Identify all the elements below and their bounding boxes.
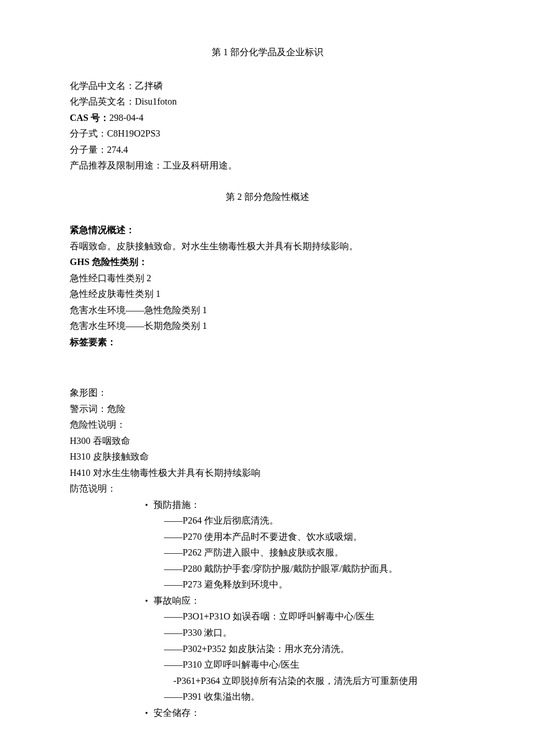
label-mw: 分子量： — [70, 145, 107, 155]
ghs-label: GHS 危险性类别： — [70, 254, 465, 270]
bullet-sublines: ——P3O1+P31O 如误吞咽：立即呼叫解毒中心/医生 ——P330 漱口。 … — [164, 608, 465, 704]
item-prefix: —— — [164, 564, 183, 574]
hazard-label: 危险性说明： — [70, 417, 465, 433]
precaution-item: ——P391 收集溢出物。 — [164, 689, 465, 705]
value-cas: 298-04-4 — [109, 113, 144, 123]
precaution-label: 防范说明： — [70, 481, 465, 497]
bullet-title: 安全储存： — [154, 705, 465, 721]
bullet-dot-icon: • — [140, 707, 154, 721]
emergency-text: 吞咽致命。皮肤接触致命。对水生生物毒性极大并具有长期持续影响。 — [70, 238, 465, 255]
field-use: 产品推荐及限制用途：工业及科研用途。 — [70, 157, 465, 174]
item-prefix: —— — [164, 611, 183, 621]
field-cas: CAS 号：298-04-4 — [70, 110, 465, 126]
bullet-row: • 安全储存： — [140, 705, 465, 721]
precaution-item: ——P262 严防进入眼中、接触皮肤或衣服。 — [164, 544, 465, 561]
item-text: P273 避免释放到环境中。 — [183, 579, 288, 589]
label-cas: CAS 号： — [70, 113, 109, 123]
value-formula: C8H19O2PS3 — [107, 128, 160, 138]
pictogram-gap — [70, 350, 465, 385]
item-text: P280 戴防护手套/穿防护服/戴防护眼罩/戴防护面具。 — [183, 564, 398, 574]
precaution-bullets: • 预防措施： ——P264 作业后彻底清洗。 ——P270 使用本产品时不要进… — [140, 497, 465, 721]
hazard-line: H410 对水生生物毒性极大并具有长期持续影响 — [70, 465, 465, 481]
bullet-dot-icon: • — [140, 499, 154, 513]
item-prefix: —— — [164, 691, 183, 701]
emergency-label: 紧急情况概述： — [70, 222, 465, 238]
item-text: P361+P364 立即脱掉所有沾染的衣服，清洗后方可重新使用 — [176, 676, 418, 686]
precaution-item: ——P3O1+P31O 如误吞咽：立即呼叫解毒中心/医生 — [164, 608, 465, 625]
bullet-row: • 预防措施： — [140, 497, 465, 513]
item-text: P391 收集溢出物。 — [183, 691, 260, 701]
precaution-item: ——P273 避免释放到环境中。 — [164, 576, 465, 593]
bullet-row: • 事故响应： — [140, 593, 465, 609]
value-use: 工业及科研用途。 — [163, 160, 237, 170]
label-name-cn: 化学品中文名： — [70, 81, 135, 91]
ghs-line: 危害水生环境——长期危险类别 1 — [70, 318, 465, 334]
precaution-item: ——P280 戴防护手套/穿防护服/戴防护眼罩/戴防护面具。 — [164, 561, 465, 577]
bullet-title: 事故响应： — [154, 593, 465, 609]
precaution-item: ——P310 立即呼叫解毒中心/医生 — [164, 657, 465, 673]
value-name-en: Disu1foton — [135, 96, 177, 106]
value-mw: 274.4 — [107, 145, 128, 155]
precaution-item: ——P330 漱口。 — [164, 625, 465, 641]
precaution-item: ——P264 作业后彻底清洗。 — [164, 513, 465, 529]
field-mw: 分子量：274.4 — [70, 142, 465, 158]
item-text: P264 作业后彻底清洗。 — [183, 515, 279, 525]
precaution-item: ——P302+P352 如皮肤沾染：用水充分清洗。 — [164, 641, 465, 657]
signal-value: 危险 — [107, 404, 126, 414]
field-name-cn: 化学品中文名：乙拌磷 — [70, 78, 465, 94]
item-prefix: —— — [164, 515, 183, 525]
ghs-line: 危害水生环境——急性危险类别 1 — [70, 302, 465, 318]
pictogram-label: 象形图： — [70, 385, 465, 401]
item-prefix: —— — [164, 547, 183, 557]
item-prefix: —— — [164, 532, 183, 542]
item-prefix: —— — [164, 628, 183, 637]
item-prefix: —— — [164, 579, 183, 589]
bullet-dot-icon: • — [140, 594, 154, 608]
signal-word: 警示词：危险 — [70, 401, 465, 417]
label-name-en: 化学品英文名： — [70, 96, 135, 106]
value-name-cn: 乙拌磷 — [135, 81, 163, 91]
bullet-title: 预防措施： — [154, 497, 465, 513]
label-elements: 标签要素： — [70, 334, 465, 350]
hazard-line: H310 皮肤接触致命 — [70, 449, 465, 465]
ghs-line: 急性经口毒性类别 2 — [70, 270, 465, 286]
item-text: P3O1+P31O 如误吞咽：立即呼叫解毒中心/医生 — [183, 611, 374, 621]
item-text: P330 漱口。 — [183, 628, 232, 637]
item-prefix: —— — [164, 660, 183, 669]
section-1-title: 第 1 部分化学品及企业标识 — [70, 44, 465, 60]
item-text: P310 立即呼叫解毒中心/医生 — [183, 660, 299, 669]
field-formula: 分子式：C8H19O2PS3 — [70, 126, 465, 142]
section-2-title: 第 2 部分危险性概述 — [70, 189, 465, 205]
hazard-line: H300 吞咽致命 — [70, 433, 465, 449]
item-text: P302+P352 如皮肤沾染：用水充分清洗。 — [183, 644, 349, 654]
bullet-sublines: ——P264 作业后彻底清洗。 ——P270 使用本产品时不要进食、饮水或吸烟。… — [164, 513, 465, 593]
signal-label: 警示词： — [70, 404, 107, 414]
ghs-line: 急性经皮肤毒性类别 1 — [70, 286, 465, 302]
item-text: P270 使用本产品时不要进食、饮水或吸烟。 — [183, 532, 362, 542]
precaution-item: ——P270 使用本产品时不要进食、饮水或吸烟。 — [164, 529, 465, 545]
precaution-item: -P361+P364 立即脱掉所有沾染的衣服，清洗后方可重新使用 — [173, 673, 465, 689]
label-use: 产品推荐及限制用途： — [70, 160, 163, 170]
item-text: P262 严防进入眼中、接触皮肤或衣服。 — [183, 547, 344, 557]
label-formula: 分子式： — [70, 128, 107, 138]
field-name-en: 化学品英文名：Disu1foton — [70, 94, 465, 110]
item-prefix: —— — [164, 644, 183, 654]
